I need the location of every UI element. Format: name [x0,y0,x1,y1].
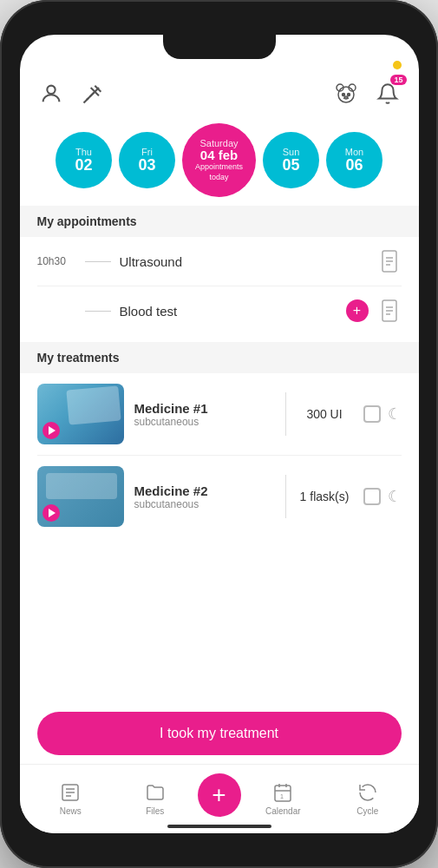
moon-icon-1[interactable]: ☾ [388,404,402,424]
appt-time: 10h30 [37,255,76,267]
home-indicator [167,825,271,828]
moon-icon-2[interactable]: ☾ [388,487,402,506]
treatment-dose-1: 300 UI [297,407,353,421]
play-button-1[interactable] [42,422,60,439]
day-mon[interactable]: Mon 06 [326,132,382,188]
calendar-strip: Thu 02 Fri 03 Saturday 04 feb Appointmen… [20,115,419,206]
cycle-icon [357,782,378,803]
play-icon-2 [49,509,56,517]
treatment-dose-2: 1 flask(s) [297,490,353,503]
status-indicator [393,61,402,69]
appointment-add-button[interactable]: + [346,299,369,322]
treatment-actions-1: ☾ [363,404,402,424]
notification-bell-wrapper: 15 [374,80,402,108]
profile-button[interactable] [37,80,65,108]
calendar-icon: 1 [272,782,293,803]
appointments-section-header: My appointments [20,206,419,237]
took-treatment-button[interactable]: I took my treatment [37,712,402,755]
bear-button[interactable] [332,80,360,108]
appt-doc-icon[interactable] [377,299,402,323]
news-icon [60,782,81,803]
appt-name: Ultrasound [120,254,369,269]
play-icon-1 [49,426,56,435]
thumb-visual-1 [66,385,121,424]
nav-label-news: News [60,806,82,816]
day-fri[interactable]: Fri 03 [119,132,175,188]
header-right: 15 [332,80,402,108]
appointments-list: 10h30 Ultrasound [20,237,419,335]
play-button-2[interactable] [42,504,60,522]
treatment-info-1: Medicine #1 subcutaneous [134,401,275,428]
treatment-actions-2: ☾ [363,487,402,506]
treatment-checkbox-1[interactable] [363,405,381,423]
nav-item-calendar[interactable]: 1 Calendar [241,782,326,816]
svg-line-2 [89,91,95,97]
phone-screen: 15 Thu 02 Fri 03 Saturday 04 feb Appoint… [20,35,419,833]
treatment-divider-1 [285,392,286,436]
content-area: My appointments 10h30 Ultrasound [20,206,419,698]
svg-point-0 [47,86,55,94]
day-sat[interactable]: Saturday 04 feb Appointments today [182,123,256,197]
notification-badge: 15 [390,75,406,85]
appt-name: Blood test [120,304,337,319]
svg-point-8 [344,96,348,98]
treatment-checkbox-2[interactable] [363,488,381,505]
treatment-name-2: Medicine #2 [134,483,275,498]
nav-label-cycle: Cycle [356,806,378,816]
appointment-row: 10h30 Ultrasound [37,237,402,286]
thumb-visual-2 [46,473,117,499]
header-left [37,80,107,108]
svg-point-6 [342,94,344,96]
files-icon [145,782,166,803]
notch [163,35,276,59]
nav-item-news[interactable]: News [29,782,114,816]
treatments-list: Medicine #1 subcutaneous 300 UI ☾ [20,373,419,537]
appt-divider-line [85,261,111,262]
header: 15 [20,73,419,115]
treatment-divider-2 [285,475,286,518]
treatment-type-1: subcutaneous [134,416,275,428]
treatment-name-1: Medicine #1 [134,401,275,416]
treatment-thumbnail-1[interactable] [37,384,124,444]
treatment-row: Medicine #2 subcutaneous 1 flask(s) ☾ [37,456,402,537]
treatments-section-header: My treatments [20,342,419,373]
appointment-row: Blood test + [37,286,402,335]
syringe-button[interactable] [79,80,107,108]
bottom-cta-area: I took my treatment [20,698,419,764]
nav-add-button[interactable]: + [198,773,241,817]
nav-label-calendar: Calendar [265,806,301,816]
appt-divider-line [85,311,111,312]
nav-label-files: Files [146,806,164,816]
treatment-thumbnail-2[interactable] [37,466,124,527]
day-sun[interactable]: Sun 05 [263,132,319,188]
svg-text:1: 1 [280,793,284,799]
svg-point-7 [347,94,350,96]
treatment-info-2: Medicine #2 subcutaneous [134,483,275,510]
treatment-row: Medicine #1 subcutaneous 300 UI ☾ [37,373,402,456]
treatment-type-2: subcutaneous [134,498,275,510]
day-thu[interactable]: Thu 02 [56,132,112,188]
bottom-nav: News Files + [20,764,419,833]
nav-item-cycle[interactable]: Cycle [325,782,410,816]
appt-doc-icon[interactable] [377,249,402,273]
nav-item-files[interactable]: Files [113,782,198,816]
phone-frame: 15 Thu 02 Fri 03 Saturday 04 feb Appoint… [0,0,438,868]
svg-point-3 [338,87,354,102]
